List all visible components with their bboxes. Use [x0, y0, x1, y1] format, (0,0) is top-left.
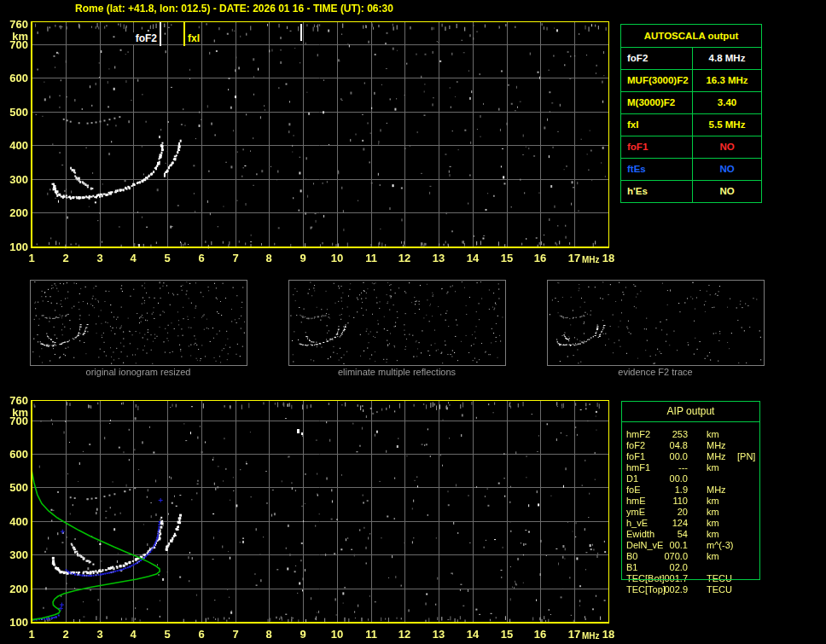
x-tick: 2 — [55, 628, 76, 641]
x-axis-unit-label: MHz — [582, 255, 600, 264]
x-tick: 1 — [21, 628, 42, 641]
aip-param-unit: km — [707, 551, 719, 562]
x-tick: 8 — [259, 252, 279, 264]
aip-param-label: foE — [626, 484, 641, 496]
aip-param-value: 002.9 — [647, 584, 688, 595]
aip-param-unit: TECU — [707, 573, 732, 584]
aip-param-label: foF2 — [626, 440, 645, 451]
aip-row: h_vE124km — [621, 518, 760, 529]
aip-param-unit: km — [707, 429, 719, 440]
aip-output-header: AIP output — [621, 401, 760, 421]
x-tick: 11 — [361, 252, 381, 264]
autoscala-row: h'EsNO — [621, 181, 761, 202]
aip-param-label: B1 — [626, 562, 637, 573]
x-tick: 13 — [428, 628, 449, 641]
aip-row: foF100.0MHz[PN] — [621, 451, 760, 462]
y-tick: 200 — [1, 206, 28, 219]
x-tick: 16 — [530, 628, 550, 641]
x-tick: 6 — [191, 628, 212, 641]
x-tick: 4 — [123, 628, 143, 641]
autoscala-row: foF1NO — [621, 136, 761, 159]
autoscala-row: ftEsNO — [621, 159, 761, 181]
aip-row: B102.0 — [621, 562, 760, 573]
x-tick: 13 — [428, 252, 449, 264]
x-tick: 12 — [394, 252, 415, 264]
aip-row: hmF2253km — [621, 429, 760, 440]
x-tick: 7 — [225, 628, 246, 641]
aip-param-value: 02.0 — [647, 562, 688, 573]
autoscala-param-label: fxI — [621, 114, 693, 136]
aip-row: B0070.0km — [621, 551, 760, 562]
x-tick: 5 — [157, 252, 177, 264]
x-tick: 3 — [90, 252, 110, 264]
autoscala-param-label: M(3000)F2 — [621, 92, 693, 113]
y-tick: 400 — [1, 515, 28, 528]
aip-param-unit: km — [707, 518, 719, 529]
y-tick: 100 — [1, 241, 28, 253]
y-tick: 500 — [1, 106, 28, 119]
autoscala-param-value: NO — [693, 136, 761, 158]
aip-row: D100.0 — [621, 473, 760, 484]
x-axis-unit-label: MHz — [582, 631, 600, 641]
y-tick: 600 — [1, 72, 28, 84]
x-tick: 15 — [497, 628, 517, 641]
autoscala-param-label: ftEs — [621, 159, 693, 180]
x-tick: 15 — [497, 252, 517, 264]
aip-param-unit: MHz — [707, 440, 726, 451]
x-tick: 1 — [21, 252, 42, 264]
aip-param-value: 54 — [647, 529, 688, 540]
x-tick: 11 — [361, 628, 381, 641]
y-tick: 300 — [1, 548, 28, 561]
x-tick: 10 — [327, 628, 347, 641]
aip-row: foE1.9MHz — [621, 484, 760, 496]
x-tick: 8 — [259, 628, 279, 641]
y-tick: 200 — [1, 583, 28, 595]
autoscala-row: foF24.8 MHz — [621, 48, 761, 70]
y-tick: 500 — [1, 481, 28, 494]
x-tick: 18 — [598, 628, 619, 641]
aip-header-divider — [621, 421, 760, 422]
autoscala-param-label: foF1 — [621, 136, 693, 158]
aip-row: TEC[Bot]001.7TECU — [621, 573, 760, 584]
x-tick: 7 — [225, 252, 246, 264]
fxi-marker-label: fxI — [187, 32, 201, 44]
aip-param-label: D1 — [626, 473, 638, 484]
aip-param-label: ymE — [626, 507, 645, 518]
aip-param-value: 253 — [647, 429, 688, 440]
aip-output-panel: AIP output hmF2253kmfoF204.8MHzfoF100.0M… — [621, 401, 760, 595]
y-tick: 700 — [1, 415, 28, 427]
y-tick: 760 — [1, 394, 28, 407]
autoscala-row: fxI5.5 MHz — [621, 114, 761, 136]
aip-param-value: 20 — [647, 507, 688, 518]
autoscala-param-value: NO — [693, 181, 761, 202]
x-tick: 9 — [293, 628, 313, 641]
y-tick: 100 — [1, 616, 28, 629]
y-tick: 600 — [1, 448, 28, 461]
aip-param-unit: km — [707, 462, 719, 473]
y-tick: 760 — [1, 18, 28, 31]
autoscala-output-panel: AUTOSCALA output foF24.8 MHzMUF(3000)F21… — [620, 24, 762, 203]
aip-param-unit: MHz — [707, 451, 726, 462]
thumbnail-caption: evidence F2 trace — [547, 367, 764, 377]
aip-param-label: h_vE — [626, 518, 648, 529]
x-tick: 4 — [123, 252, 143, 264]
aip-param-label: foF1 — [626, 451, 645, 462]
thumbnail-caption: eliminate multiple reflections — [288, 367, 505, 377]
aip-param-value: 1.9 — [647, 484, 688, 496]
autoscala-row: M(3000)F23.40 — [621, 92, 761, 114]
aip-row: DelN_vE00.1m^(-3) — [621, 540, 760, 551]
aip-param-value: 00.0 — [647, 473, 688, 484]
y-tick: 300 — [1, 173, 28, 186]
autoscala-output-header: AUTOSCALA output — [621, 25, 761, 48]
aip-param-unit: km — [707, 507, 719, 518]
aip-param-value: 04.8 — [647, 440, 688, 451]
thumbnail-caption: original ionogram resized — [30, 367, 247, 377]
x-tick: 5 — [157, 628, 177, 641]
aip-row: Ewidth54km — [621, 529, 760, 540]
aip-param-value: 124 — [647, 518, 688, 529]
aip-param-value: --- — [647, 462, 688, 473]
aip-param-unit: TECU — [707, 584, 732, 595]
aip-row: TEC[Top]002.9TECU — [621, 584, 760, 595]
aip-param-extra: [PN] — [737, 451, 755, 462]
autoscala-param-value: 5.5 MHz — [693, 114, 761, 136]
